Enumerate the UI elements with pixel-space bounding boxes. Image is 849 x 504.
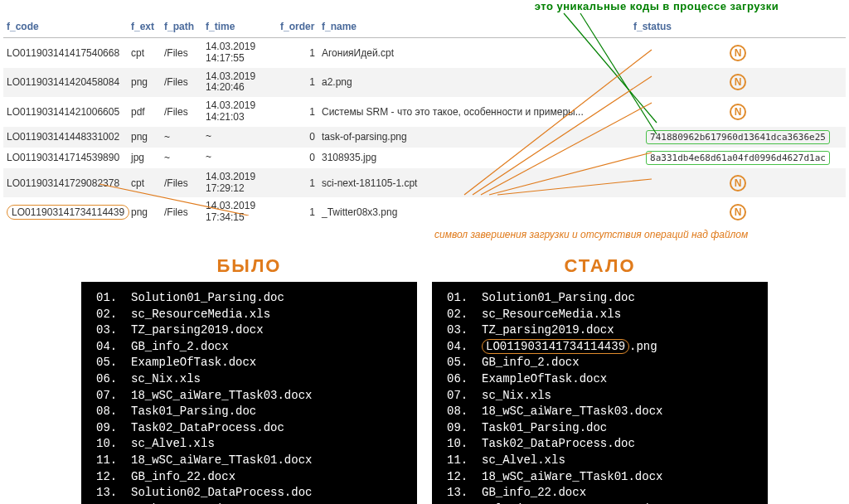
cell-fname: АгонияИдей.cpt	[318, 38, 630, 68]
cell-fcode: LO011903141729082378	[3, 168, 128, 198]
cell-fcode: LO011903141417540668	[3, 38, 128, 68]
terminal-line: 07. sc_Nix.xls	[447, 388, 753, 405]
th-fstatus[interactable]: f_status	[630, 16, 846, 38]
cell-forder: 1	[277, 197, 318, 227]
terminal-line: 01. Solution01_Parsing.doc	[96, 290, 402, 307]
cell-fname: a2.png	[318, 68, 630, 98]
th-ftime[interactable]: f_time	[202, 16, 277, 38]
cell-fcode: LO011903141421006605	[3, 97, 128, 127]
terminal-line: 09. Task01_Parsing.doc	[447, 420, 753, 437]
cell-ftime: 14.03.2019 14:21:03	[202, 97, 277, 127]
cell-fname: sci-next-181105-1.cpt	[318, 168, 630, 198]
terminal-line: 02. sc_ResourceMedia.xls	[447, 307, 753, 323]
cell-fext: cpt	[128, 168, 161, 198]
terminal-line: 03. TZ_parsing2019.docx	[447, 322, 753, 339]
cell-fpath: ~	[161, 127, 202, 148]
fcode-highlight: LO011903141734114439	[7, 205, 129, 220]
cell-forder: 0	[277, 127, 318, 148]
cell-forder: 1	[277, 38, 318, 68]
cell-fname: Системы SRM - что это такое, особенности…	[318, 97, 630, 127]
compare-right-title: СТАЛО	[564, 255, 635, 277]
cell-fstatus: N	[630, 168, 846, 198]
terminal-line: 04. GB_info_2.docx	[96, 339, 402, 356]
terminal-line: 11. sc_Alvel.xls	[447, 453, 753, 469]
th-forder[interactable]: f_order	[277, 16, 318, 38]
terminal-line: 12. GB_info_22.docx	[96, 469, 402, 486]
status-hash: 8a331db4e68d61a04fd0996d4627d1ac	[646, 151, 830, 165]
cell-fstatus: N	[630, 68, 846, 98]
cell-fstatus: N	[630, 38, 846, 68]
terminal-line: 08. Task01_Parsing.doc	[96, 404, 402, 420]
terminal-line: 04. LO011903141734114439.png	[447, 339, 753, 356]
annotation-top: это уникальные коды в процессе загрузки	[468, 0, 846, 12]
terminal-right: 01. Solution01_Parsing.doc02. sc_Resourc…	[432, 282, 768, 504]
cell-ftime: 14.03.2019 17:29:12	[202, 168, 277, 198]
status-badge-n: N	[730, 74, 746, 90]
cell-forder: 0	[277, 148, 318, 168]
cell-ftime: ~	[202, 127, 277, 148]
terminal-line: 06. ExampleOfTask.docx	[447, 371, 753, 388]
cell-fcode: LO011903141714539890	[3, 148, 128, 168]
compare-left-title: БЫЛО	[217, 255, 282, 277]
status-badge-n: N	[730, 175, 746, 191]
status-badge-n: N	[730, 104, 746, 120]
th-fcode[interactable]: f_code	[3, 16, 128, 38]
compare-right: СТАЛО 01. Solution01_Parsing.doc02. sc_R…	[432, 255, 768, 504]
table-row[interactable]: LO011903141448331002png~~0task-of-parsin…	[3, 127, 846, 148]
th-fpath[interactable]: f_path	[161, 16, 202, 38]
cell-fpath: /Files	[161, 68, 202, 98]
terminal-line: 13. GB_info_22.docx	[447, 485, 753, 502]
table-row[interactable]: LO011903141421006605pdf/Files14.03.2019 …	[3, 97, 846, 127]
cell-fpath: /Files	[161, 168, 202, 198]
cell-fext: png	[128, 127, 161, 148]
th-fext[interactable]: f_ext	[128, 16, 161, 38]
files-table: f_code f_ext f_path f_time f_order f_nam…	[3, 16, 846, 227]
table-row[interactable]: LO011903141734114439png/Files14.03.2019 …	[3, 197, 846, 227]
cell-fpath: ~	[161, 148, 202, 168]
table-row[interactable]: LO011903141714539890jpg~~03108935.jpg8a3…	[3, 148, 846, 168]
cell-forder: 1	[277, 68, 318, 98]
status-hash: 741880962b617960d13641dca3636e25	[646, 130, 830, 144]
status-badge-n: N	[730, 45, 746, 61]
table-header-row: f_code f_ext f_path f_time f_order f_nam…	[3, 16, 846, 38]
cell-ftime: 14.03.2019 14:17:55	[202, 38, 277, 68]
cell-fext: jpg	[128, 148, 161, 168]
cell-ftime: 14.03.2019 14:20:46	[202, 68, 277, 98]
terminal-line: 05. ExampleOfTask.docx	[96, 355, 402, 371]
cell-fname: _Twitter08x3.png	[318, 197, 630, 227]
terminal-line: 10. sc_Alvel.xls	[96, 436, 402, 453]
terminal-line: 07. 18_wSC_aiWare_TTask03.docx	[96, 388, 402, 405]
page-root: это уникальные коды в процессе загрузки …	[0, 0, 849, 504]
cell-fcode: LO011903141734114439	[3, 197, 128, 227]
cell-fstatus: N	[630, 197, 846, 227]
table-row[interactable]: LO011903141729082378cpt/Files14.03.2019 …	[3, 168, 846, 198]
cell-fstatus: 741880962b617960d13641dca3636e25	[630, 127, 846, 148]
cell-ftime: 14.03.2019 17:34:15	[202, 197, 277, 227]
cell-fext: png	[128, 197, 161, 227]
terminal-line: 05. GB_info_2.docx	[447, 355, 753, 371]
terminal-line: 13. Solution02_DataProcess.doc	[96, 485, 402, 502]
table-row[interactable]: LO011903141417540668cpt/Files14.03.2019 …	[3, 38, 846, 68]
th-fname[interactable]: f_name	[318, 16, 630, 38]
cell-fstatus: N	[630, 97, 846, 127]
compare-section: БЫЛО 01. Solution01_Parsing.doc02. sc_Re…	[3, 255, 846, 504]
cell-fname: 3108935.jpg	[318, 148, 630, 168]
table-row[interactable]: LO011903141420458084png/Files14.03.2019 …	[3, 68, 846, 98]
terminal-left: 01. Solution01_Parsing.doc02. sc_Resourc…	[81, 282, 417, 504]
terminal-line: 06. sc_Nix.xls	[96, 371, 402, 388]
terminal-line: 09. Task02_DataProcess.doc	[96, 420, 402, 437]
cell-fcode: LO011903141420458084	[3, 68, 128, 98]
terminal-line: 03. TZ_parsing2019.docx	[96, 322, 402, 339]
cell-fext: cpt	[128, 38, 161, 68]
terminal-highlight: LO011903141734114439	[482, 339, 629, 354]
cell-fname: task-of-parsing.png	[318, 127, 630, 148]
cell-fpath: /Files	[161, 38, 202, 68]
cell-fpath: /Files	[161, 197, 202, 227]
cell-forder: 1	[277, 97, 318, 127]
cell-fstatus: 8a331db4e68d61a04fd0996d4627d1ac	[630, 148, 846, 168]
terminal-line: 01. Solution01_Parsing.doc	[447, 290, 753, 307]
cell-ftime: ~	[202, 148, 277, 168]
cell-fcode: LO011903141448331002	[3, 127, 128, 148]
terminal-line: 08. 18_wSC_aiWare_TTask03.docx	[447, 404, 753, 420]
cell-forder: 1	[277, 168, 318, 198]
